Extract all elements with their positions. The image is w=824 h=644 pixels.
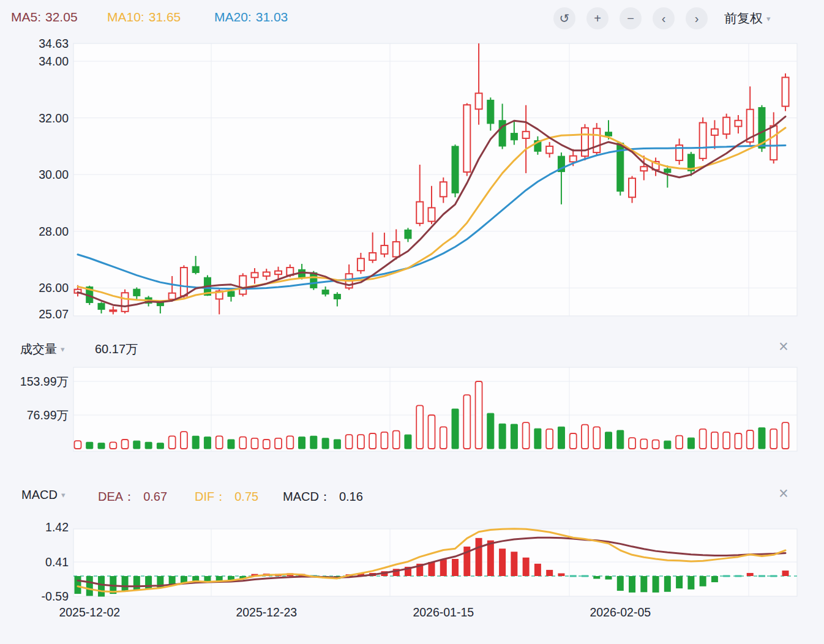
chart-canvas[interactable]: 34.6334.0032.0030.0028.0026.0025.07153.9… — [0, 0, 824, 644]
volume-bar — [122, 440, 129, 449]
volume-bar — [770, 429, 777, 449]
volume-bar — [334, 440, 340, 449]
undo-button[interactable]: ↺ — [553, 7, 575, 29]
volume-bar — [299, 437, 305, 449]
volume-close-icon[interactable]: × — [779, 338, 788, 355]
axis-label: -0.59 — [42, 590, 69, 603]
macd-bar — [570, 575, 577, 577]
macd-bar — [758, 575, 765, 577]
macd-bar — [735, 575, 741, 577]
ma20-legend: MA20:31.03 — [214, 10, 288, 24]
volume-bar — [782, 422, 789, 449]
prev-button[interactable]: ‹ — [653, 7, 675, 29]
macd-title: MACD — [21, 488, 58, 501]
volume-bar — [570, 433, 577, 449]
caret-down-icon: ▾ — [61, 345, 65, 354]
volume-bar — [593, 427, 600, 449]
volume-bar — [700, 429, 706, 449]
macd-bar — [487, 541, 494, 576]
volume-bar — [558, 427, 564, 449]
volume-bar — [416, 405, 423, 449]
macd-bar — [204, 576, 211, 582]
volume-bar — [452, 409, 459, 449]
volume-bar — [169, 436, 176, 449]
axis-label: 26.00 — [39, 281, 69, 294]
volume-bar — [463, 395, 470, 449]
volume-bar — [582, 425, 588, 449]
macd-bar — [499, 549, 506, 576]
axis-label: 1.42 — [45, 520, 69, 534]
volume-bar — [546, 429, 553, 449]
dif-label: DIF： — [195, 490, 227, 503]
volume-bar — [86, 442, 93, 449]
macd-value: 0.16 — [339, 490, 363, 503]
macd-bar — [558, 574, 564, 576]
caret-down-icon: ▾ — [766, 14, 771, 23]
volume-bar — [157, 443, 163, 449]
macd-bar — [429, 562, 435, 576]
macd-bar — [511, 552, 517, 576]
candle — [452, 144, 459, 197]
stock-chart-page: 34.6334.0032.0030.0028.0026.0025.07153.9… — [0, 0, 824, 644]
volume-bar — [487, 413, 494, 449]
adjust-mode-dropdown[interactable]: 前复权▾ — [724, 10, 771, 27]
axis-label: 0.41 — [45, 555, 69, 569]
axis-label: 2026-02-05 — [590, 605, 651, 619]
macd-bar — [122, 576, 129, 591]
volume-bar — [239, 437, 246, 449]
volume-bar — [511, 424, 517, 449]
macd-value-legend: MACD：0.16 — [283, 489, 363, 505]
candle — [700, 118, 706, 161]
axis-label: 28.00 — [39, 225, 69, 238]
volume-bar — [758, 428, 765, 449]
volume-bar — [263, 440, 270, 449]
volume-bar — [405, 435, 411, 449]
candle — [463, 103, 470, 176]
chevron-left-icon: ‹ — [662, 12, 666, 25]
macd-label: MACD： — [283, 490, 331, 503]
ma5-value: 32.05 — [45, 10, 78, 24]
axis-label: 2025-12-02 — [59, 605, 120, 619]
macd-bar — [546, 570, 553, 576]
volume-bar — [534, 429, 541, 449]
macd-bar — [145, 576, 152, 589]
volume-bar — [204, 437, 211, 449]
macd-bar — [676, 576, 683, 588]
macd-bar — [770, 575, 777, 577]
candle — [782, 73, 789, 111]
volume-bar — [393, 431, 400, 449]
macd-bar — [640, 576, 647, 592]
macd-close-icon[interactable]: × — [779, 485, 788, 502]
zoom-in-button[interactable]: + — [586, 7, 609, 29]
volume-bar — [723, 432, 730, 449]
macd-bar — [687, 576, 694, 590]
volume-bar — [181, 432, 187, 449]
candle — [593, 123, 600, 155]
macd-bar — [782, 571, 789, 576]
volume-bar — [664, 441, 671, 449]
macd-bar — [98, 576, 105, 597]
axis-label: 153.99万 — [20, 375, 69, 388]
ma20-value: 31.03 — [256, 10, 288, 24]
volume-bar — [75, 441, 81, 449]
macd-bar — [723, 575, 730, 577]
minus-icon: − — [627, 12, 634, 25]
dif-legend: DIF：0.75 — [195, 489, 258, 505]
macd-bar — [629, 576, 635, 593]
macd-indicator-dropdown[interactable]: MACD▾ — [21, 488, 65, 502]
volume-bar — [687, 438, 694, 449]
chevron-right-icon: › — [695, 12, 699, 25]
volume-bar — [381, 432, 388, 449]
volume-bar — [629, 438, 635, 449]
volume-bar — [252, 438, 258, 449]
undo-icon: ↺ — [560, 12, 570, 25]
axis-label: 32.00 — [39, 111, 69, 125]
next-button[interactable]: › — [686, 7, 708, 29]
macd-bar — [476, 538, 482, 576]
zoom-out-button[interactable]: − — [620, 7, 642, 29]
macd-bar — [86, 576, 93, 596]
volume-bar — [110, 442, 116, 449]
volume-indicator-dropdown[interactable]: 成交量▾ — [20, 341, 65, 358]
macd-bar — [664, 576, 671, 592]
dea-value: 0.67 — [143, 490, 167, 503]
